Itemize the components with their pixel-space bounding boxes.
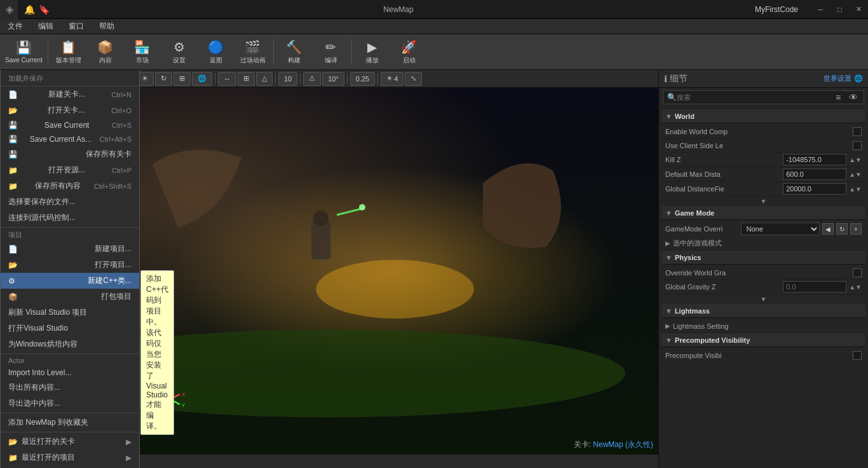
menu-edit[interactable]: 编辑: [31, 19, 61, 34]
kill-z-label: Kill Z: [665, 156, 783, 163]
save-all-content-icon: 📁: [8, 182, 18, 191]
dd-divider-4: [1, 432, 139, 432]
dd-new-level-label: 新建关卡...: [48, 89, 85, 100]
section-gamemode[interactable]: ▼ Game Mode: [661, 206, 865, 220]
toolbar-content[interactable]: 📦 内容: [88, 36, 123, 68]
panel-eye-icon[interactable]: 👁: [847, 91, 860, 104]
gamemode-arrow-left[interactable]: ◀: [822, 223, 834, 235]
toolbar-save[interactable]: 💾 Save Current: [3, 36, 45, 68]
vp-triangle-btn[interactable]: △: [256, 72, 273, 86]
world-settings-label[interactable]: 世界设置: [824, 74, 851, 83]
dd-item-open-level[interactable]: 📂 打开关卡... Ctrl+O: [1, 102, 139, 118]
vp-angle-btn[interactable]: ⚠: [303, 72, 321, 86]
section-physics[interactable]: ▼ Physics: [661, 251, 865, 265]
vp-grid-btn[interactable]: ⊞: [173, 72, 191, 86]
panel-list-icon[interactable]: ≡: [832, 91, 844, 104]
dd-new-level-shortcut: Ctrl+N: [112, 91, 132, 99]
dd-item-new-project[interactable]: 📄 新建项目...: [1, 241, 139, 257]
dd-item-import[interactable]: Import Into Level...: [1, 366, 139, 380]
global-gravity-input[interactable]: [783, 281, 846, 292]
kill-z-input[interactable]: [783, 154, 846, 165]
precompute-vis-checkbox[interactable]: [853, 351, 862, 360]
toolbar-blueprint[interactable]: 🔵 蓝图: [198, 36, 234, 68]
global-dist-arrow[interactable]: ▲▼: [849, 186, 862, 193]
close-button[interactable]: ✕: [849, 0, 868, 19]
vp-light-num[interactable]: ☀ 4: [381, 72, 403, 86]
dd-item-package[interactable]: 📦 打包项目: [1, 289, 139, 305]
gamemode-refresh[interactable]: ↻: [836, 223, 848, 235]
build-icon: 🔨: [286, 39, 302, 55]
dd-item-open-asset[interactable]: 📁 打开资源... Ctrl+P: [1, 162, 139, 178]
maximize-button[interactable]: □: [830, 0, 849, 19]
toolbar-cinematics[interactable]: 🎬 过场动画: [235, 36, 271, 68]
vp-globe-btn[interactable]: 🌐: [192, 72, 212, 86]
bookmark-icon[interactable]: 🔖: [39, 4, 50, 15]
section-lightmass[interactable]: ▼ Lightmass: [661, 304, 865, 318]
vp-angle-num[interactable]: 10°: [322, 72, 344, 86]
dd-item-export-selected[interactable]: 导出选中内容...: [1, 396, 139, 411]
menubar: 文件 编辑 窗口 帮助: [0, 19, 868, 34]
world-collapse-arrow: ▼: [665, 113, 672, 120]
global-dist-input[interactable]: [783, 183, 846, 195]
toolbar-launch[interactable]: 🚀 启动: [391, 36, 427, 68]
dd-item-add-fav[interactable]: 添加 NewMap 到收藏夹: [1, 415, 139, 430]
dd-item-connect-vcs[interactable]: 连接到源代码控制...: [1, 210, 139, 226]
kill-z-arrow[interactable]: ▲▼: [849, 156, 862, 163]
menu-window[interactable]: 窗口: [61, 19, 92, 34]
dd-item-choose-save[interactable]: 选择要保存的文件...: [1, 194, 139, 210]
vp-expand-btn[interactable]: ⤡: [405, 72, 422, 86]
gamemode-add[interactable]: +: [850, 223, 862, 235]
override-gravity-checkbox[interactable]: [853, 268, 862, 277]
dd-item-new-level[interactable]: 📄 新建关卡... Ctrl+N: [1, 86, 139, 102]
world-expand-btn[interactable]: ▼: [761, 198, 767, 205]
dd-item-open-project[interactable]: 📂 打开项目...: [1, 257, 139, 273]
vp-scale-num[interactable]: 0.25: [350, 72, 375, 86]
toolbar-play[interactable]: ▶ 播放: [355, 36, 390, 68]
toolbar-compile[interactable]: ✏ 编译: [313, 36, 349, 68]
prop-kill-z: Kill Z ▲▼: [661, 153, 865, 167]
dd-divider-2: [1, 354, 139, 354]
details-tab[interactable]: ℹ 细节: [664, 73, 688, 85]
toolbar-version[interactable]: 📋 版本管理: [51, 36, 86, 68]
notification-icon[interactable]: 🔔: [24, 4, 35, 15]
dd-item-refresh-vs[interactable]: 刷新 Visual Studio 项目: [1, 305, 139, 320]
toolbar-settings[interactable]: ⚙ 设置: [161, 36, 197, 68]
toolbar-build[interactable]: 🔨 构建: [276, 36, 312, 68]
toolbar-launch-label: 启动: [403, 56, 416, 65]
dd-item-new-cpp[interactable]: ⚙ 新建C++类...: [1, 273, 139, 289]
physics-expand-btn[interactable]: ▼: [761, 296, 767, 303]
dd-item-export-all[interactable]: 导出所有内容...: [1, 380, 139, 396]
vp-move-btn[interactable]: ↔: [218, 72, 236, 86]
section-precomputed[interactable]: ▼ Precomputed Visibility: [661, 333, 865, 347]
global-gravity-arrow[interactable]: ▲▼: [849, 284, 862, 291]
search-input[interactable]: [677, 93, 832, 101]
default-max-arrow[interactable]: ▲▼: [849, 171, 862, 178]
dd-item-save-current[interactable]: 💾 Save Current Ctrl+S: [1, 118, 139, 132]
dd-item-save-all-content[interactable]: 📁 保存所有内容 Ctrl+Shift+S: [1, 178, 139, 194]
default-max-input[interactable]: [783, 169, 846, 180]
enable-world-checkbox[interactable]: [853, 127, 862, 136]
dd-item-cook-win[interactable]: 为Windows烘培内容: [1, 336, 139, 352]
menu-file[interactable]: 文件: [0, 19, 31, 34]
map-name-link[interactable]: NewMap (永久性): [593, 440, 653, 449]
dd-save-shortcut: Ctrl+S: [112, 121, 132, 129]
dd-save-as-label: Save Current As...: [30, 135, 92, 144]
minimize-button[interactable]: ─: [811, 0, 830, 19]
menu-help[interactable]: 帮助: [92, 19, 122, 34]
vp-grid-num[interactable]: 10: [278, 72, 297, 86]
dd-item-recent-levels[interactable]: 📂 最近打开的关卡 ▶: [1, 434, 139, 450]
toolbar-marketplace[interactable]: 🏪 市场: [125, 36, 160, 68]
gamemode-expand-icon[interactable]: ▶: [665, 240, 670, 247]
recent-levels-arrow: ▶: [126, 437, 132, 446]
dd-item-open-vs[interactable]: 打开Visual Studio: [1, 320, 139, 336]
dd-item-recent-projects[interactable]: 📁 最近打开的项目 ▶: [1, 450, 139, 465]
section-world[interactable]: ▼ World: [661, 109, 865, 123]
client-side-checkbox[interactable]: [853, 141, 862, 150]
dd-item-save-as[interactable]: 💾 Save Current As... Ctrl+Alt+S: [1, 132, 139, 146]
gamemode-override-select[interactable]: None: [741, 223, 820, 235]
prop-enable-world: Enable World Comp: [661, 125, 865, 139]
dd-item-save-all-levels[interactable]: 💾 保存所有关卡: [1, 146, 139, 162]
lightmass-expand-icon[interactable]: ▶: [665, 322, 670, 329]
vp-grid2-btn[interactable]: ⊞: [238, 72, 255, 86]
vp-refresh-btn[interactable]: ↻: [155, 72, 172, 86]
